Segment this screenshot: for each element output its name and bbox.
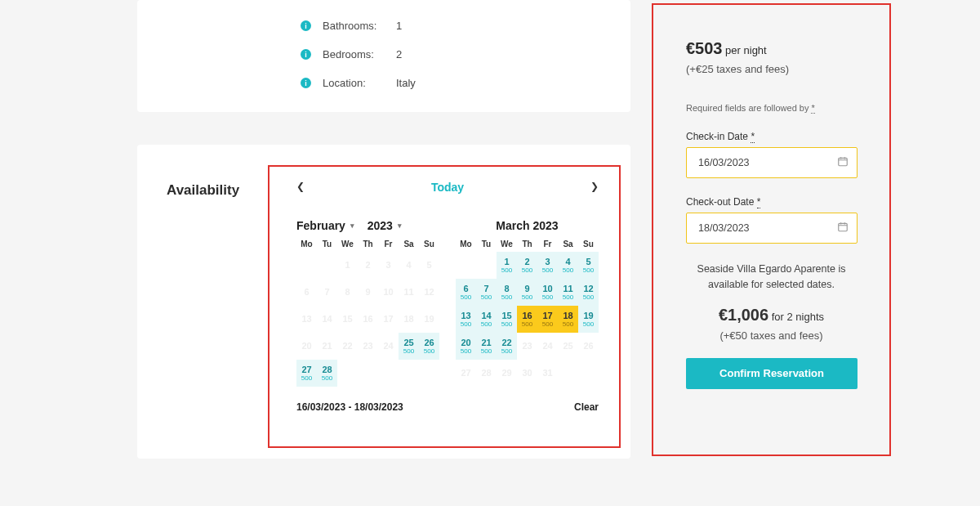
price-unit: per night: [723, 44, 767, 56]
calendar-day: 26: [578, 333, 599, 360]
detail-label: Bathrooms:: [323, 20, 396, 32]
calendar-day[interactable]: 20500: [456, 333, 476, 360]
calendar-day[interactable]: 22500: [497, 333, 517, 360]
confirm-reservation-button[interactable]: Confirm Reservation: [686, 358, 858, 389]
detail-row-bathrooms: i Bathrooms: 1: [301, 11, 467, 40]
dow-label: We: [497, 236, 517, 252]
checkout-label: Check-out Date *: [686, 196, 857, 208]
chevron-down-icon: ▾: [350, 222, 354, 230]
detail-label: Location:: [323, 77, 396, 89]
calendar-day: 24: [378, 333, 399, 360]
month-name: March 2023: [496, 219, 558, 232]
calendar-day[interactable]: 8500: [497, 279, 517, 306]
calendar-day[interactable]: 25500: [399, 333, 419, 360]
calendar-day[interactable]: 3500: [537, 252, 558, 279]
calendar-day[interactable]: 9500: [517, 279, 537, 306]
checkout-input[interactable]: 18/03/2023: [686, 213, 858, 244]
dow-label: Su: [419, 236, 439, 252]
calendar-day[interactable]: 5500: [578, 252, 599, 279]
calendar-icon: [837, 156, 849, 170]
calendar-day: 25: [558, 333, 578, 360]
dow-label: Mo: [296, 236, 317, 252]
calendar-day[interactable]: 19500: [578, 306, 599, 333]
dow-label: Sa: [399, 236, 419, 252]
calendar-day: 2: [358, 252, 378, 279]
total-taxes-note: (+€50 taxes and fees): [686, 329, 857, 342]
calendar-day[interactable]: 27500: [296, 360, 317, 387]
calendar-month-2: March 2023 MoTuWeThFrSaSu 15002500350045…: [456, 215, 599, 387]
calendar-day: 3: [378, 252, 399, 279]
calendar-day: 4: [399, 252, 419, 279]
price-amount: €503: [686, 39, 723, 57]
calendar-day: 27: [456, 360, 476, 387]
checkin-label: Check-in Date *: [686, 131, 857, 142]
calendar-icon: [837, 222, 849, 235]
calendar-day[interactable]: 26500: [419, 333, 439, 360]
calendar-day[interactable]: 12500: [578, 279, 599, 306]
month-name: February: [296, 219, 345, 232]
month-year: 2023: [368, 219, 393, 232]
calendar-day[interactable]: 6500: [456, 279, 476, 306]
booking-panel: €503 per night (+€25 taxes and fees) Req…: [652, 3, 891, 419]
calendar-day: 13: [296, 306, 317, 333]
dow-label: Tu: [317, 236, 337, 252]
calendar-month-1: February▾ 2023▾ MoTuWeThFrSaSu 123456789…: [296, 215, 439, 387]
calendar-day[interactable]: 21500: [476, 333, 497, 360]
calendar-day[interactable]: 15500: [497, 306, 517, 333]
calendar: ❮ Today ❯ February▾ 2023▾ MoTuWeThFrSaSu…: [296, 181, 599, 413]
calendar-day: 9: [358, 279, 378, 306]
availability-card: Availability ❮ Today ❯ February▾ 2023▾ M…: [137, 145, 630, 459]
dow-label: We: [337, 236, 358, 252]
calendar-next-button[interactable]: ❯: [590, 181, 599, 192]
dow-label: Mo: [456, 236, 476, 252]
calendar-day: 11: [399, 279, 419, 306]
availability-title: Availability: [167, 182, 239, 199]
svg-rect-1: [839, 223, 848, 231]
calendar-day: 23: [517, 333, 537, 360]
calendar-day[interactable]: 1500: [497, 252, 517, 279]
calendar-day[interactable]: 13500: [456, 306, 476, 333]
calendar-day: 17: [378, 306, 399, 333]
calendar-day: 23: [358, 333, 378, 360]
checkin-value: 16/03/2023: [698, 157, 750, 168]
total-amount: €1,006: [719, 306, 768, 324]
calendar-today-button[interactable]: Today: [431, 181, 464, 194]
calendar-day: 5: [419, 252, 439, 279]
calendar-day[interactable]: 14500: [476, 306, 497, 333]
calendar-day[interactable]: 16500: [517, 306, 537, 333]
availability-message: Seaside Villa Egardo Aparente is availab…: [686, 262, 857, 293]
month-selector[interactable]: February▾ 2023▾: [296, 215, 439, 236]
calendar-prev-button[interactable]: ❮: [296, 181, 305, 192]
calendar-day[interactable]: 11500: [558, 279, 578, 306]
clear-selection-button[interactable]: Clear: [574, 401, 599, 413]
calendar-day: 1: [337, 252, 358, 279]
calendar-day[interactable]: 10500: [537, 279, 558, 306]
total-unit: for 2 nights: [768, 311, 824, 323]
dow-label: Sa: [558, 236, 578, 252]
dow-label: Tu: [476, 236, 497, 252]
dow-label: Th: [358, 236, 378, 252]
calendar-day[interactable]: 18500: [558, 306, 578, 333]
calendar-day: 24: [537, 333, 558, 360]
calendar-day[interactable]: 2500: [517, 252, 537, 279]
checkin-input[interactable]: 16/03/2023: [686, 147, 858, 178]
detail-value: Italy: [396, 77, 416, 89]
calendar-day[interactable]: 17500: [537, 306, 558, 333]
property-details-card: i Bathrooms: 1 i Bedrooms: 2 i Location:…: [137, 0, 630, 112]
total-price: €1,006 for 2 nights: [686, 306, 857, 325]
calendar-day: 28: [476, 360, 497, 387]
calendar-day: 29: [497, 360, 517, 387]
detail-value: 2: [396, 48, 402, 60]
calendar-day: 19: [419, 306, 439, 333]
dow-label: Su: [578, 236, 599, 252]
calendar-day[interactable]: 7500: [476, 279, 497, 306]
detail-value: 1: [396, 20, 402, 32]
calendar-day: 14: [317, 306, 337, 333]
dow-label: Fr: [378, 236, 399, 252]
calendar-day: 22: [337, 333, 358, 360]
calendar-day: 6: [296, 279, 317, 306]
detail-row-bedrooms: i Bedrooms: 2: [301, 40, 467, 69]
calendar-day[interactable]: 4500: [558, 252, 578, 279]
info-icon: i: [301, 20, 311, 31]
calendar-day[interactable]: 28500: [317, 360, 337, 387]
